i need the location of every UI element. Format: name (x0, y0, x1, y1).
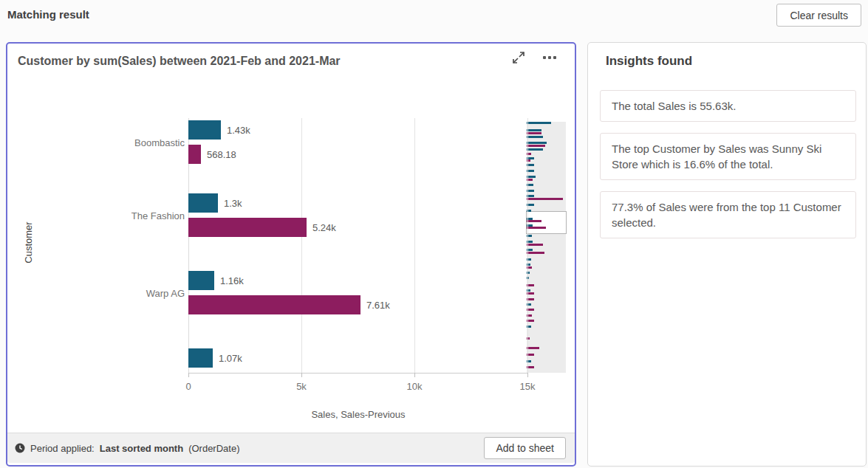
gridline (414, 118, 415, 373)
bar-sales[interactable] (188, 348, 213, 368)
value-label: 1.07k (219, 353, 242, 364)
chart-card-footer: Period applied: Last sorted month (Order… (7, 433, 575, 463)
bar-sales[interactable] (188, 193, 218, 213)
chart-card: Customer by sum(Sales) between 2021-Feb … (6, 42, 576, 467)
x-axis-tick (414, 373, 415, 377)
minimap-bar (527, 198, 563, 200)
value-label: 1.3k (224, 198, 242, 209)
minimap-bar (527, 145, 545, 147)
minimap-bar (527, 136, 543, 138)
category-label[interactable]: Warp AG (7, 288, 185, 299)
minimap-bar (527, 244, 543, 246)
clock-icon (15, 443, 25, 453)
bar-sales[interactable] (188, 120, 221, 140)
bar-previous[interactable] (188, 218, 307, 237)
value-label: 1.43k (227, 125, 250, 136)
x-tick-label: 0 (172, 381, 205, 392)
value-label: 7.61k (366, 300, 390, 311)
gridline (527, 118, 528, 373)
period-applied-field: (OrderDate) (188, 443, 239, 454)
x-axis-tick (301, 373, 302, 377)
x-axis-tick (527, 373, 528, 377)
bar-previous[interactable] (188, 295, 360, 314)
add-to-sheet-button[interactable]: Add to sheet (484, 437, 566, 459)
value-label: 568.18 (207, 149, 236, 160)
insight-card: 77.3% of Sales were from the top 11 Cust… (600, 191, 856, 238)
bar-chart: Customer Sales, Sales-Previous 05k10k15k… (7, 44, 575, 433)
minimap-bar (527, 148, 543, 151)
top-bar: Matching result Clear results (0, 0, 868, 33)
x-axis-title: Sales, Sales-Previous (188, 409, 528, 420)
insights-panel-title: Insights found (606, 54, 692, 69)
minimap-bar (527, 132, 541, 134)
minimap-bar (527, 220, 541, 222)
period-applied-value: Last sorted month (100, 443, 183, 454)
clear-results-button[interactable]: Clear results (776, 4, 861, 27)
minimap-bar (527, 347, 539, 349)
minimap-bar (527, 227, 546, 229)
category-label[interactable]: The Fashion (7, 210, 185, 221)
minimap-bar (527, 142, 547, 144)
x-axis-line (188, 373, 528, 374)
minimap-viewport[interactable] (526, 211, 567, 234)
insight-card: The top Customer by Sales was Sunny Ski … (600, 133, 856, 180)
insight-list: The total Sales is 55.63k.The top Custom… (600, 90, 856, 238)
x-tick-label: 15k (511, 381, 544, 392)
gridline (301, 118, 302, 373)
period-applied-label: Period applied: (30, 443, 95, 454)
bar-previous[interactable] (188, 145, 201, 164)
x-axis-tick (188, 373, 189, 377)
minimap-bar (527, 129, 541, 131)
value-label: 1.16k (220, 275, 244, 286)
chart-minimap[interactable] (527, 122, 566, 373)
insights-panel: Insights found The total Sales is 55.63k… (587, 42, 867, 467)
value-label: 5.24k (312, 222, 336, 233)
page-title: Matching result (7, 8, 89, 21)
x-tick-label: 5k (285, 381, 318, 392)
minimap-bar (527, 252, 544, 254)
insight-card: The total Sales is 55.63k. (600, 90, 856, 122)
category-label[interactable]: Boombastic (7, 137, 185, 148)
bar-sales[interactable] (188, 271, 214, 290)
minimap-bar (527, 122, 551, 124)
x-tick-label: 10k (398, 381, 431, 392)
